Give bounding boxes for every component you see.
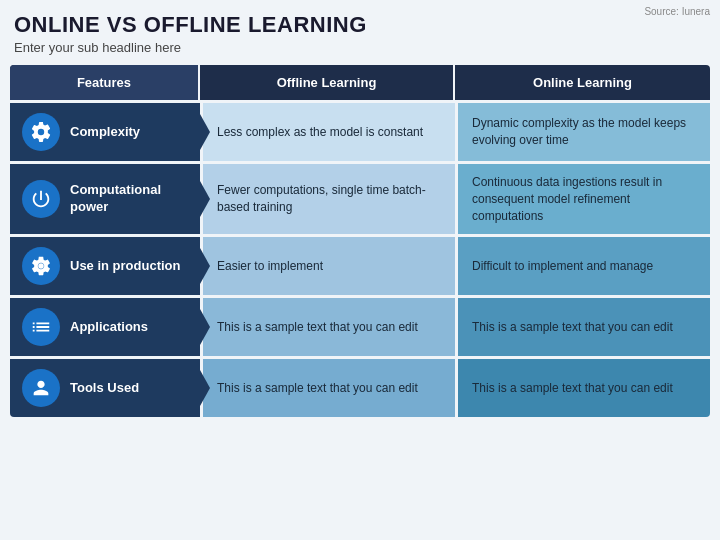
page-header: ONLINE VS OFFLINE LEARNING Enter your su… (0, 0, 720, 59)
table-row: Applications This is a sample text that … (10, 298, 710, 356)
feature-cell-4: Tools Used (10, 359, 200, 417)
table-header: Features Offline Learning Online Learnin… (10, 65, 710, 100)
feature-icon-2 (22, 247, 60, 285)
online-cell-1: Continuous data ingestions result in con… (458, 164, 710, 234)
header-online: Online Learning (455, 65, 710, 100)
feature-icon-1 (22, 180, 60, 218)
table-row: Complexity Less complex as the model is … (10, 103, 710, 161)
feature-cell-3: Applications (10, 298, 200, 356)
svg-point-0 (38, 264, 44, 270)
feature-icon-4 (22, 369, 60, 407)
feature-icon-3 (22, 308, 60, 346)
feature-label-1: Computational power (70, 182, 188, 216)
table-row: Use in production Easier to implement Di… (10, 237, 710, 295)
table-body: Complexity Less complex as the model is … (10, 100, 710, 417)
feature-label-3: Applications (70, 319, 148, 336)
offline-cell-1: Fewer computations, single time batch-ba… (203, 164, 455, 234)
online-cell-3: This is a sample text that you can edit (458, 298, 710, 356)
source-label: Source: Iunera (644, 6, 710, 17)
comparison-table: Features Offline Learning Online Learnin… (10, 65, 710, 417)
online-cell-4: This is a sample text that you can edit (458, 359, 710, 417)
table-row: Tools Used This is a sample text that yo… (10, 359, 710, 417)
feature-label-2: Use in production (70, 258, 181, 275)
header-features: Features (10, 65, 200, 100)
feature-cell-2: Use in production (10, 237, 200, 295)
offline-cell-4: This is a sample text that you can edit (203, 359, 455, 417)
feature-label-4: Tools Used (70, 380, 139, 397)
table-row: Computational power Fewer computations, … (10, 164, 710, 234)
feature-cell-1: Computational power (10, 164, 200, 234)
online-cell-2: Difficult to implement and manage (458, 237, 710, 295)
feature-label-0: Complexity (70, 124, 140, 141)
header-offline: Offline Learning (200, 65, 455, 100)
offline-cell-0: Less complex as the model is constant (203, 103, 455, 161)
feature-icon-0 (22, 113, 60, 151)
feature-cell-0: Complexity (10, 103, 200, 161)
offline-cell-2: Easier to implement (203, 237, 455, 295)
offline-cell-3: This is a sample text that you can edit (203, 298, 455, 356)
page-subtitle: Enter your sub headline here (14, 40, 706, 55)
page-title: ONLINE VS OFFLINE LEARNING (14, 12, 706, 38)
online-cell-0: Dynamic complexity as the model keeps ev… (458, 103, 710, 161)
